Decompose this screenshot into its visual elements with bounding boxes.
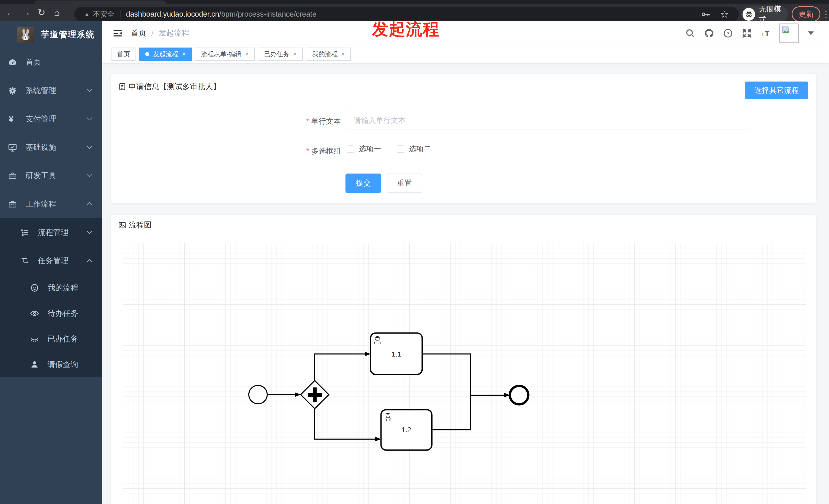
apply-card-title-text: 申请信息【测试多审批人】 xyxy=(129,81,221,92)
sidebar-menu: 首页 系统管理 ¥ 支付管理 基础设施 研发工具 工作流程 xyxy=(0,48,102,377)
tag-label: 我的流程 xyxy=(312,50,337,58)
sidebar-item-label: 研发工具 xyxy=(26,170,56,181)
briefcase-icon xyxy=(8,171,17,181)
sidebar-item-task-mgmt[interactable]: 任务管理 xyxy=(0,247,102,275)
rabbit-logo-icon: 🐰 xyxy=(19,29,32,41)
font-size-icon[interactable]: TT xyxy=(760,28,771,39)
forward-icon: → xyxy=(22,8,31,17)
tag-label: 首页 xyxy=(117,50,130,58)
sidebar-item-leave-query[interactable]: 请假查询 xyxy=(0,352,102,377)
close-tag-icon[interactable]: × xyxy=(245,51,249,58)
url-divider xyxy=(120,10,120,18)
sidebar-item-infra[interactable]: 基础设施 xyxy=(0,133,102,161)
user-icon xyxy=(30,360,39,369)
broken-image-icon xyxy=(781,25,790,34)
security-label: 不安全 xyxy=(93,9,114,19)
gear-icon xyxy=(8,86,17,95)
sidebar-fold-icon[interactable] xyxy=(112,28,123,38)
home-button[interactable]: ⌂ xyxy=(49,5,65,20)
option1-checkbox[interactable] xyxy=(347,146,354,153)
single-line-text-input[interactable] xyxy=(346,111,750,130)
task2-label: 1.2 xyxy=(401,426,411,434)
home-icon: ⌂ xyxy=(54,8,60,17)
warning-icon: ▲ xyxy=(84,11,90,18)
workflow-submenu: 流程管理 任务管理 我的流程 待办任务 已办任务 请假 xyxy=(0,218,102,377)
option2-label[interactable]: 选项二 xyxy=(409,144,431,154)
sidebar-item-label: 工作流程 xyxy=(26,199,56,209)
reset-button[interactable]: 重置 xyxy=(387,173,422,193)
option1-label[interactable]: 选项一 xyxy=(359,144,381,154)
tag-home[interactable]: 首页 xyxy=(111,47,136,61)
tag-my-process[interactable]: 我的流程× xyxy=(306,47,351,61)
top-navbar: 首页 / 发起流程 ? TT xyxy=(102,21,829,45)
bpmn-user-task-1: 1.1 xyxy=(370,333,422,375)
sidebar-item-label: 基础设施 xyxy=(26,142,56,153)
incognito-icon xyxy=(743,8,755,21)
chevron-down-icon xyxy=(87,86,93,92)
checkbox-group-label-text: 多选框组 xyxy=(311,147,341,155)
sidebar: 🐰 芋道管理系统 首页 系统管理 ¥ 支付管理 基础设施 研发工具 xyxy=(0,21,102,504)
help-icon[interactable]: ? xyxy=(723,28,733,39)
avatar-caret-icon[interactable] xyxy=(808,31,814,35)
breadcrumb-home[interactable]: 首页 xyxy=(131,28,146,38)
sidebar-item-devtools[interactable]: 研发工具 xyxy=(0,161,102,190)
chrome-menu-icon[interactable]: ⋮ xyxy=(821,9,829,20)
chrome-update-button[interactable]: 更新 xyxy=(792,6,820,22)
sidebar-item-system[interactable]: 系统管理 xyxy=(0,76,102,105)
sidebar-item-done-tasks[interactable]: 已办任务 xyxy=(0,326,102,352)
face-icon xyxy=(30,283,39,293)
sidebar-item-todo-tasks[interactable]: 待办任务 xyxy=(0,301,102,326)
sidebar-item-home[interactable]: 首页 xyxy=(0,48,102,76)
tag-form-edit[interactable]: 流程表单-编辑× xyxy=(195,47,255,61)
avatar[interactable] xyxy=(780,24,799,43)
tag-label: 流程表单-编辑 xyxy=(201,50,241,58)
option2-checkbox[interactable] xyxy=(397,146,404,153)
apply-info-card: 申请信息【测试多审批人】 选择其它流程 *单行文本 *多选框组 选项一 选项二 … xyxy=(111,74,816,203)
back-button[interactable]: ← xyxy=(3,5,19,20)
sidebar-item-process-mgmt[interactable]: 流程管理 xyxy=(0,218,102,247)
dashboard-icon xyxy=(8,57,17,67)
close-tag-icon[interactable]: × xyxy=(341,51,345,58)
toolbox-icon xyxy=(8,199,17,209)
sidebar-item-label: 首页 xyxy=(26,57,41,68)
sidebar-item-workflow[interactable]: 工作流程 xyxy=(0,190,102,218)
svg-text:T: T xyxy=(761,31,764,37)
apply-card-header: 申请信息【测试多审批人】 xyxy=(111,74,816,99)
sidebar-item-label: 任务管理 xyxy=(38,256,69,266)
reload-button[interactable]: ↻ xyxy=(34,5,49,20)
incognito-chip: 无痕模式 xyxy=(741,6,788,22)
chevron-down-icon xyxy=(87,228,93,234)
document-icon xyxy=(118,82,127,91)
select-other-process-button[interactable]: 选择其它流程 xyxy=(745,81,808,99)
breadcrumb-current: 发起流程 xyxy=(158,28,189,38)
apply-card-title: 申请信息【测试多审批人】 xyxy=(118,81,221,92)
active-tag-dot xyxy=(145,52,149,56)
bpmn-canvas[interactable]: 1.1 1.2 xyxy=(123,243,806,504)
submit-button[interactable]: 提交 xyxy=(346,173,381,193)
sidebar-item-payment[interactable]: ¥ 支付管理 xyxy=(0,105,102,133)
tag-start-process[interactable]: 发起流程× xyxy=(139,47,192,61)
bookmark-star-icon[interactable]: ☆ xyxy=(720,9,729,20)
fullscreen-icon[interactable] xyxy=(742,28,752,39)
close-tag-icon[interactable]: × xyxy=(293,51,297,58)
sidebar-item-label: 请假查询 xyxy=(47,359,78,370)
chevron-up-icon xyxy=(87,202,93,208)
checkbox-group-label: *多选框组 xyxy=(307,146,341,156)
github-icon[interactable] xyxy=(704,28,715,39)
key-icon[interactable] xyxy=(700,9,711,20)
tags-view-bar: 首页 发起流程× 流程表单-编辑× 已办任务× 我的流程× xyxy=(102,45,829,64)
close-tag-icon[interactable]: × xyxy=(182,51,186,58)
sidebar-item-label: 系统管理 xyxy=(26,85,56,96)
back-icon: ← xyxy=(6,8,15,17)
search-icon[interactable] xyxy=(685,28,695,39)
sidebar-item-my-process[interactable]: 我的流程 xyxy=(0,275,102,301)
sidebar-item-label: 支付管理 xyxy=(26,114,56,124)
overlay-page-title: 发起流程 xyxy=(372,18,439,40)
eye-closed-icon xyxy=(30,334,39,344)
forward-button[interactable]: → xyxy=(19,5,34,20)
text-field-label: *单行文本 xyxy=(307,116,341,126)
tag-done-tasks[interactable]: 已办任务× xyxy=(258,47,303,61)
bpmn-start-event xyxy=(249,385,267,404)
diagram-card-header: 流程图 xyxy=(111,215,816,235)
svg-text:?: ? xyxy=(726,30,729,36)
